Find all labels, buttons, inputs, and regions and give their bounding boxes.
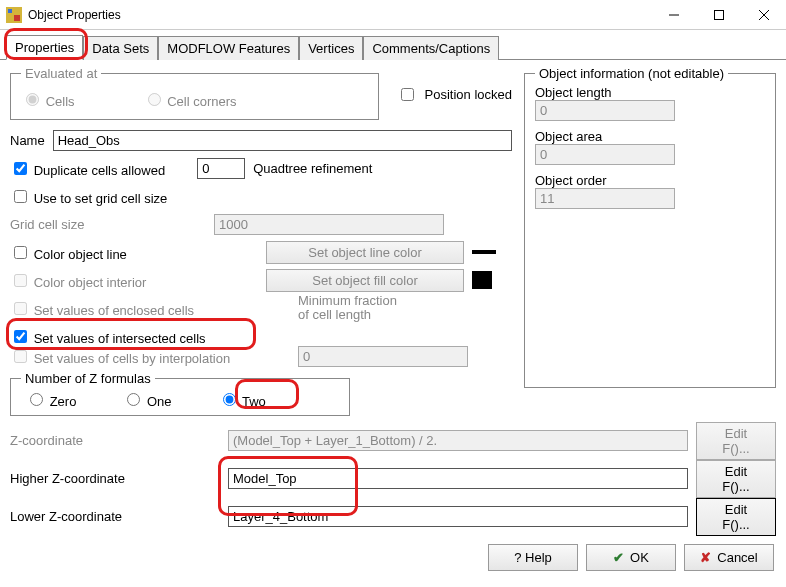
lower-z-input[interactable]	[228, 506, 688, 527]
name-input[interactable]	[53, 130, 512, 151]
close-button[interactable]	[741, 0, 786, 29]
set-fill-color-button: Set object fill color	[266, 269, 464, 292]
higher-z-input[interactable]	[228, 468, 688, 489]
titlebar: Object Properties	[0, 0, 786, 30]
help-button[interactable]: ? Help	[488, 544, 578, 571]
tab-comments[interactable]: Comments/Captions	[363, 36, 499, 60]
line-color-swatch	[472, 250, 496, 254]
name-label: Name	[10, 133, 45, 148]
object-length-input	[535, 100, 675, 121]
minimize-button[interactable]	[651, 0, 696, 29]
window-title: Object Properties	[28, 8, 121, 22]
content-area: Evaluated at Cells Cell corners Position…	[0, 60, 786, 422]
cancel-button[interactable]: ✘Cancel	[684, 544, 774, 571]
evaluated-at-legend: Evaluated at	[21, 66, 101, 81]
radio-cells: Cells	[21, 90, 75, 109]
checkbox-position-locked[interactable]: Position locked	[397, 80, 512, 108]
object-area-input	[535, 144, 675, 165]
tab-modflow-features[interactable]: MODFLOW Features	[158, 36, 299, 60]
object-info-legend: Object information (not editable)	[535, 66, 728, 81]
checkbox-color-interior: Color object interior	[10, 271, 258, 290]
evaluated-at-group: Evaluated at Cells Cell corners	[10, 66, 379, 120]
x-icon: ✘	[700, 550, 711, 565]
checkbox-color-line[interactable]: Color object line	[10, 243, 258, 262]
z-coord-input	[228, 430, 688, 451]
object-length-label: Object length	[535, 85, 765, 100]
checkbox-intersected-cells[interactable]: Set values of intersected cells	[10, 327, 290, 346]
tab-data-sets[interactable]: Data Sets	[83, 36, 158, 60]
maximize-button[interactable]	[696, 0, 741, 29]
app-icon	[6, 7, 22, 23]
z-formulas-legend: Number of Z formulas	[21, 371, 155, 386]
fill-color-swatch	[472, 271, 492, 289]
edit-f-lower-button[interactable]: Edit F()...	[696, 498, 776, 536]
checkbox-duplicate-cells[interactable]: Duplicate cells allowed	[10, 159, 165, 178]
checkbox-enclosed-cells: Set values of enclosed cells	[10, 299, 290, 318]
radio-two[interactable]: Two	[218, 390, 266, 409]
higher-z-label: Higher Z-coordinate	[10, 471, 220, 486]
quadtree-input[interactable]	[197, 158, 245, 179]
object-order-input	[535, 188, 675, 209]
check-icon: ✔	[613, 550, 624, 565]
edit-f-higher-button[interactable]: Edit F()...	[696, 460, 776, 498]
ok-button[interactable]: ✔OK	[586, 544, 676, 571]
radio-one[interactable]: One	[122, 390, 171, 409]
object-info-group: Object information (not editable) Object…	[524, 66, 776, 388]
grid-cell-size-input	[214, 214, 444, 235]
z-formulas-group: Number of Z formulas Zero One Two	[10, 371, 350, 416]
tab-bar: Properties Data Sets MODFLOW Features Ve…	[0, 30, 786, 60]
dialog-footer: ? Help ✔OK ✘Cancel	[0, 536, 786, 579]
radio-cell-corners: Cell corners	[143, 90, 237, 109]
window-buttons	[651, 0, 786, 29]
z-coordinate-section: Z-coordinate Edit F()... Higher Z-coordi…	[0, 422, 786, 536]
tab-properties[interactable]: Properties	[6, 35, 83, 60]
min-fraction-label: Minimum fractionof cell length	[298, 294, 397, 323]
z-coord-label: Z-coordinate	[10, 433, 220, 448]
lower-z-label: Lower Z-coordinate	[10, 509, 220, 524]
quadtree-label: Quadtree refinement	[253, 161, 372, 176]
radio-zero[interactable]: Zero	[25, 390, 76, 409]
grid-cell-size-label: Grid cell size	[10, 217, 206, 232]
edit-f-z-button: Edit F()...	[696, 422, 776, 460]
svg-rect-4	[714, 10, 723, 19]
checkbox-interpolation: Set values of cells by interpolation	[10, 347, 290, 366]
min-fraction-input	[298, 346, 468, 367]
checkbox-use-grid-cell-size[interactable]: Use to set grid cell size	[10, 187, 167, 206]
svg-rect-2	[14, 15, 20, 21]
set-line-color-button[interactable]: Set object line color	[266, 241, 464, 264]
object-area-label: Object area	[535, 129, 765, 144]
svg-rect-1	[8, 9, 12, 13]
tab-vertices[interactable]: Vertices	[299, 36, 363, 60]
object-order-label: Object order	[535, 173, 765, 188]
